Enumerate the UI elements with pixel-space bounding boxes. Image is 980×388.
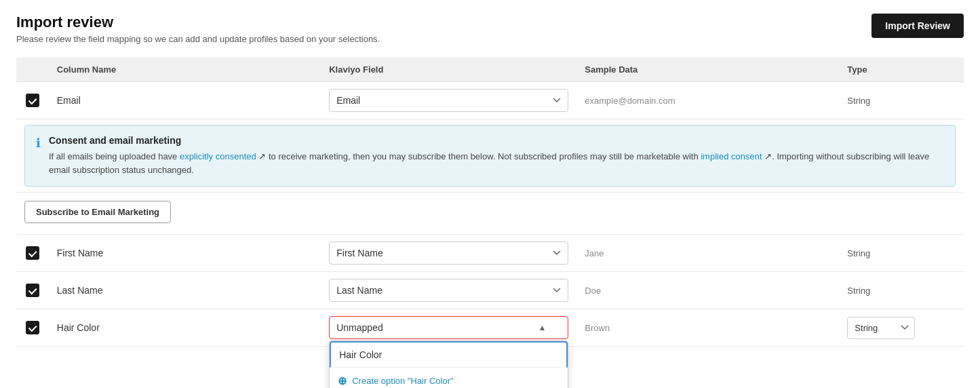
- haircolor-sample-data: Brown: [576, 309, 839, 347]
- email-field-select[interactable]: Email: [329, 89, 568, 112]
- firstname-checkbox[interactable]: [26, 246, 39, 260]
- firstname-field-select[interactable]: First Name: [329, 241, 568, 265]
- haircolor-checkbox[interactable]: [26, 321, 39, 334]
- lastname-checkbox[interactable]: [26, 284, 39, 297]
- mapping-table: Column Name Klaviyo Field Sample Data Ty…: [16, 58, 964, 347]
- firstname-klaviyo-field-cell: First Name: [321, 235, 576, 272]
- table-row: Email Email example@domain.com String: [16, 82, 964, 119]
- lastname-klaviyo-field-cell: Last Name: [321, 272, 576, 309]
- lastname-checkbox-cell: [16, 272, 49, 309]
- header-column-name: Column Name: [49, 58, 321, 82]
- page-title: Import review: [16, 14, 380, 31]
- email-checkbox[interactable]: [26, 94, 39, 107]
- subscribe-button-cell: Subscribe to Email Marketing: [16, 193, 964, 235]
- page-container: Import review Please review the field ma…: [0, 0, 980, 388]
- haircolor-type-select[interactable]: String: [847, 317, 915, 339]
- consent-text: If all emails being uploaded have explic…: [49, 150, 944, 176]
- unmapped-select-wrapper: Unmapped ▲: [329, 316, 568, 339]
- haircolor-klaviyo-field-cell[interactable]: Unmapped ▲ ⊕ Create option "Hair Color": [321, 309, 576, 347]
- page-header: Import review Please review the field ma…: [16, 14, 964, 44]
- email-sample-data: example@domain.com: [576, 82, 839, 119]
- table-row: Last Name Last Name Doe String: [16, 272, 964, 309]
- unmapped-dropdown-trigger[interactable]: Unmapped ▲: [329, 316, 568, 339]
- haircolor-checkbox-cell: [16, 309, 49, 347]
- table-header-row: Column Name Klaviyo Field Sample Data Ty…: [16, 58, 964, 82]
- firstname-checkbox-cell: [16, 235, 49, 272]
- header-klaviyo-field: Klaviyo Field: [321, 58, 576, 82]
- email-checkbox-cell: [16, 82, 49, 119]
- email-type: String: [839, 82, 964, 119]
- implied-consent-link[interactable]: implied consent: [701, 151, 762, 161]
- lastname-field-select[interactable]: Last Name: [329, 279, 568, 302]
- header-checkbox-col: [16, 58, 49, 82]
- firstname-type: String: [839, 235, 964, 272]
- subscribe-button-row: Subscribe to Email Marketing: [16, 193, 964, 235]
- consent-title: Consent and email marketing: [49, 135, 944, 146]
- haircolor-dropdown-search[interactable]: [330, 341, 568, 368]
- consent-banner-cell: ℹ Consent and email marketing If all ema…: [16, 119, 964, 193]
- haircolor-column-name: Hair Color: [49, 309, 321, 347]
- consent-banner: ℹ Consent and email marketing If all ema…: [24, 125, 956, 187]
- lastname-column-name: Last Name: [49, 272, 321, 309]
- subscribe-email-marketing-button[interactable]: Subscribe to Email Marketing: [24, 201, 171, 223]
- consent-banner-row: ℹ Consent and email marketing If all ema…: [16, 119, 964, 193]
- explicitly-consented-link[interactable]: explicitly consented: [180, 151, 256, 161]
- header-text: Import review Please review the field ma…: [16, 14, 380, 44]
- info-icon: ℹ: [36, 136, 41, 176]
- consent-content: Consent and email marketing If all email…: [49, 135, 944, 176]
- firstname-column-name: First Name: [49, 235, 321, 272]
- haircolor-dropdown-popup: ⊕ Create option "Hair Color": [329, 341, 568, 388]
- table-row: First Name First Name Jane String: [16, 235, 964, 272]
- haircolor-dropdown-container: Unmapped ▲ ⊕ Create option "Hair Color": [329, 316, 568, 339]
- email-column-name: Email: [49, 82, 321, 119]
- table-row: Hair Color Unmapped ▲: [16, 309, 964, 347]
- create-hair-color-option[interactable]: ⊕ Create option "Hair Color": [330, 368, 568, 388]
- header-sample-data: Sample Data: [576, 58, 839, 82]
- import-review-button[interactable]: Import Review: [871, 14, 964, 38]
- header-type: Type: [839, 58, 964, 82]
- lastname-sample-data: Doe: [576, 272, 839, 309]
- haircolor-type-cell: String: [839, 309, 964, 347]
- email-klaviyo-field-cell: Email: [321, 82, 576, 119]
- plus-icon: ⊕: [338, 374, 347, 387]
- chevron-up-icon: ▲: [538, 323, 546, 332]
- firstname-sample-data: Jane: [576, 235, 839, 272]
- page-subtitle: Please review the field mapping so we ca…: [16, 34, 380, 44]
- lastname-type: String: [839, 272, 964, 309]
